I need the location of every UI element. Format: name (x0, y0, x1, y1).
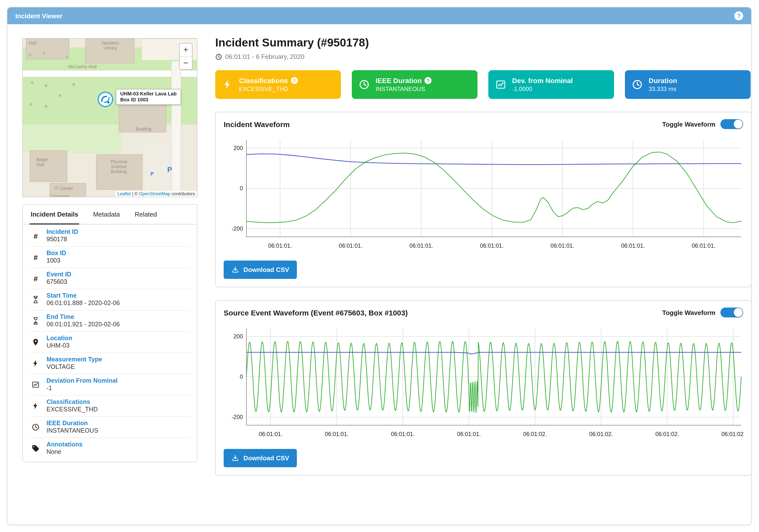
x-tick-label: 06:01:02. (721, 431, 744, 437)
detail-row-end-time: End Time 06:01:01.921 - 2020-02-06 (30, 311, 190, 332)
incident-viewer-app: Incident Viewer ? (0, 0, 759, 532)
detail-label: Measurement Type (47, 356, 102, 363)
detail-label: Deviation From Nominal (47, 377, 118, 385)
timestamp-text: 06:01:01 - 6 February, 2020 (225, 53, 304, 60)
badge-title: IEEE Duration (376, 76, 422, 85)
location-map[interactable]: Hall Hamilton Library McCarthy Mall Buil… (22, 38, 197, 197)
bolt-icon (222, 79, 239, 90)
voltage-waveform-path (246, 152, 741, 223)
parking-icon: P (167, 165, 172, 173)
badge-value: -1.0000 (512, 85, 573, 93)
download-csv-button[interactable]: Download CSV (224, 261, 297, 279)
detail-row-deviation: Deviation From Nominal -1 (30, 374, 190, 396)
clock-icon (31, 423, 41, 431)
download-csv-button[interactable]: Download CSV (224, 449, 297, 467)
opq-box-marker-icon[interactable] (97, 91, 114, 108)
detail-row-ieee-duration: IEEE Duration INSTANTANEOUS (30, 417, 190, 438)
help-icon[interactable]: ? (425, 77, 432, 84)
toggle-waveform-label: Toggle Waveform (662, 120, 715, 128)
hash-icon: # (31, 253, 41, 261)
tab-incident-details[interactable]: Incident Details (30, 205, 79, 224)
detail-label: End Time (47, 314, 120, 321)
clock-icon (215, 53, 222, 60)
app-title: Incident Viewer (15, 12, 62, 19)
tree-icon (45, 84, 48, 87)
detail-row-annotations: Annotations None (30, 438, 190, 459)
details-list: # Incident ID 950178 # Box ID 1003 # Eve… (23, 224, 197, 462)
badge-value: INSTANTANEOUS (376, 85, 432, 93)
details-tabs: Incident Details Metadata Related (23, 205, 197, 224)
x-tick-label: 06:01:01. (550, 243, 574, 249)
tag-icon (31, 444, 41, 452)
help-icon[interactable]: ? (291, 77, 298, 84)
x-tick-label: 06:01:01. (339, 243, 362, 249)
toggle-waveform-switch[interactable] (720, 119, 743, 129)
classifications-badge: Classifications? EXCESSIVE_THD (215, 70, 341, 99)
map-marker-tooltip[interactable]: UHM-03 Keller Lava Lab Box ID 1003 (116, 89, 181, 105)
bolt-icon (31, 360, 41, 367)
map-label-building: Building (136, 127, 151, 132)
map-label-hamilton: Hamilton Library (95, 41, 126, 51)
rms-trend-path (246, 154, 741, 165)
tab-metadata[interactable]: Metadata (92, 205, 121, 224)
leaflet-link[interactable]: Leaflet (117, 191, 131, 196)
incident-details-card: Incident Details Metadata Related # Inci… (22, 204, 197, 462)
detail-label: Event ID (47, 271, 71, 278)
toggle-waveform-switch[interactable] (720, 308, 743, 318)
duration-badge: Duration? 33.333 ms (625, 70, 751, 99)
zoom-in-button[interactable]: + (180, 44, 192, 57)
x-tick-label: 06:01:01. (325, 431, 348, 437)
openstreetmap-link[interactable]: OpenStreetMap (139, 191, 171, 196)
y-tick-label: 200 (233, 145, 243, 151)
detail-value: None (47, 448, 83, 456)
app-header-bar: Incident Viewer ? (7, 7, 751, 24)
detail-row-incident-id: # Incident ID 950178 (30, 225, 190, 247)
download-label: Download CSV (243, 266, 289, 273)
help-icon[interactable]: ? (734, 11, 743, 20)
detail-row-box-id: # Box ID 1003 (30, 247, 190, 268)
detail-label: Classifications (47, 399, 98, 406)
detail-value: 1003 (47, 257, 66, 265)
clock-icon (359, 79, 376, 90)
hourglass-end-icon (31, 317, 41, 325)
ieee-duration-badge: IEEE Duration? INSTANTANEOUS (352, 70, 477, 99)
map-road-vertical (171, 61, 181, 197)
x-tick-label: 06:01:01. (621, 243, 645, 249)
incident-waveform-chart[interactable]: 06:01:01.06:01:01.06:01:01.06:01:01.06:0… (224, 136, 743, 254)
waveform-svg: 06:01:01.06:01:01.06:01:01.06:01:01.06:0… (224, 324, 744, 442)
detail-row-start-time: Start Time 06:01:01.888 - 2020-02-06 (30, 289, 190, 311)
y-tick-label: 0 (240, 373, 243, 380)
map-label-physical-science: Physical Science Building (105, 159, 133, 174)
map-pin-icon (31, 338, 41, 346)
y-tick-label: 0 (240, 185, 243, 192)
incident-timestamp: 06:01:01 - 6 February, 2020 (215, 53, 752, 60)
detail-label: Box ID (47, 250, 66, 257)
detail-label: Location (47, 335, 72, 342)
detail-value: VOLTAGE (47, 363, 102, 371)
toggle-knob (734, 308, 743, 317)
tree-icon (72, 83, 75, 86)
download-icon (231, 454, 239, 462)
tab-related[interactable]: Related (134, 205, 158, 224)
map-label-mccarthy: McCarthy Mall (68, 64, 97, 69)
toggle-knob (734, 120, 743, 129)
source-event-waveform-panel: Source Event Waveform (Event #675603, Bo… (215, 300, 752, 475)
detail-value: INSTANTANEOUS (47, 427, 98, 435)
y-tick-label: -200 (231, 414, 243, 420)
bolt-icon (31, 402, 41, 410)
tree-icon (29, 54, 32, 57)
source-event-waveform-chart[interactable]: 06:01:01.06:01:01.06:01:01.06:01:01.06:0… (224, 324, 743, 442)
map-lawn-area (23, 125, 122, 153)
chart-line-icon (495, 79, 512, 90)
marker-tooltip-line2: Box ID 1003 (120, 97, 177, 103)
detail-label: Incident ID (47, 228, 78, 236)
main-content: Incident Summary (#950178) 06:01:01 - 6 … (215, 36, 752, 475)
zoom-out-button[interactable]: − (180, 57, 192, 69)
map-label-university: University (51, 194, 70, 197)
detail-row-location: Location UHM-03 (30, 332, 190, 353)
detail-value: 675603 (47, 278, 71, 286)
map-zoom-control: + − (179, 43, 192, 70)
badge-title: Duration (649, 76, 677, 85)
download-label: Download CSV (243, 454, 289, 462)
badge-title: Dev. from Nominal (512, 76, 573, 85)
